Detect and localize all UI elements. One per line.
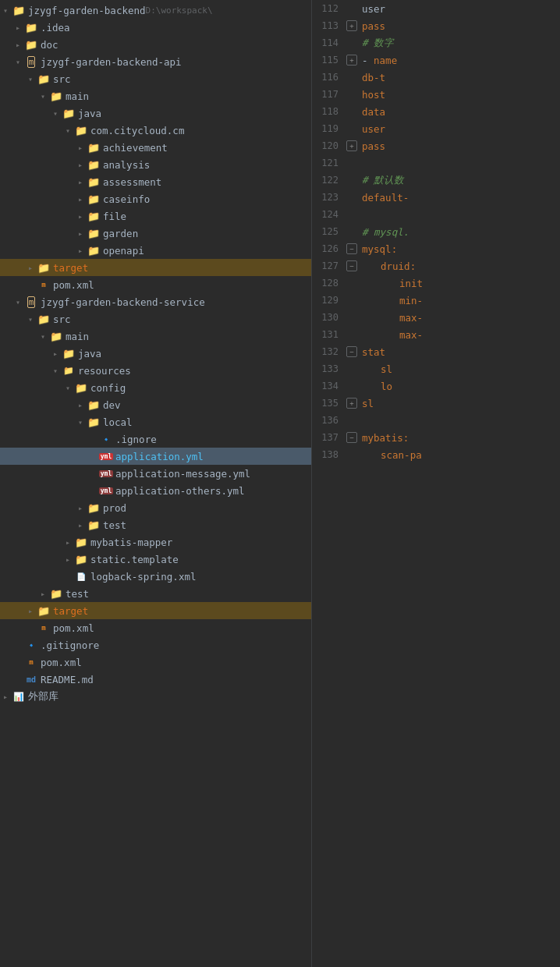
file-icon-folder-orange: 📁 bbox=[37, 604, 50, 617]
code-content: mysql: bbox=[359, 243, 397, 255]
file-label: target bbox=[53, 262, 88, 274]
fold-close-icon[interactable]: + bbox=[346, 55, 357, 66]
tree-item-test-folder[interactable]: 📁 test bbox=[0, 516, 311, 533]
tree-item-test-svc[interactable]: 📁 test bbox=[0, 585, 311, 602]
tree-item-main-svc[interactable]: 📁 main bbox=[0, 328, 311, 345]
file-label: application-others.yml bbox=[115, 485, 245, 497]
arrow-closed[interactable] bbox=[78, 229, 87, 238]
tree-item-jzygf-garden-backend-api[interactable]: m jzygf-garden-backend-api bbox=[0, 53, 311, 70]
file-tree: 📁 jzygf-garden-backend D:\workspack\ 📁 .… bbox=[0, 0, 312, 967]
tree-item-gitignore-root[interactable]: 🔹 .gitignore bbox=[0, 636, 311, 654]
tree-item-doc[interactable]: 📁 doc bbox=[0, 36, 311, 53]
tree-item-pom-svc[interactable]: m pom.xml bbox=[0, 619, 311, 636]
tree-item-src-svc[interactable]: 📁 src bbox=[0, 310, 311, 328]
tree-item-application-others[interactable]: yml application-others.yml bbox=[0, 482, 311, 499]
arrow-open[interactable] bbox=[3, 6, 12, 15]
arrow-closed[interactable] bbox=[78, 195, 87, 204]
arrow-open[interactable] bbox=[16, 298, 25, 306]
tree-item-src-api[interactable]: 📁 src bbox=[0, 70, 311, 87]
tree-item-analysis[interactable]: 📁 analysis bbox=[0, 156, 311, 173]
tree-item-resources[interactable]: 📁 resources bbox=[0, 362, 311, 379]
tree-item-mybatis-mapper[interactable]: 📁 mybatis-mapper bbox=[0, 533, 311, 551]
arrow-open[interactable] bbox=[41, 92, 50, 101]
tree-item-openapi[interactable]: 📁 openapi bbox=[0, 242, 311, 259]
code-line-117: 117host bbox=[312, 86, 560, 103]
file-label: jzygf-garden-backend-api bbox=[41, 56, 182, 68]
arrow-closed[interactable] bbox=[78, 212, 87, 221]
code-segment: min- bbox=[399, 295, 423, 306]
arrow-open[interactable] bbox=[28, 75, 37, 83]
tree-item-static-template[interactable]: 📁 static.template bbox=[0, 551, 311, 568]
tree-item-jzygf-garden-backend[interactable]: 📁 jzygf-garden-backend D:\workspack\ bbox=[0, 2, 311, 19]
tree-item-config[interactable]: 📁 config bbox=[0, 379, 311, 396]
fold-open-icon[interactable]: − bbox=[346, 346, 357, 357]
fold-open-icon[interactable]: − bbox=[346, 432, 357, 443]
arrow-closed[interactable] bbox=[78, 401, 87, 409]
path-subtitle: D:\workspack\ bbox=[146, 5, 213, 16]
tree-item-achievement[interactable]: 📁 achievement bbox=[0, 139, 311, 156]
arrow-closed[interactable] bbox=[28, 264, 37, 272]
tree-item-libs[interactable]: 📊 外部库 bbox=[0, 688, 311, 705]
file-label: application.yml bbox=[115, 451, 204, 462]
file-label: src bbox=[53, 73, 71, 85]
tree-item-target-api[interactable]: 📁 target bbox=[0, 259, 311, 276]
file-icon-folder: 📁 bbox=[87, 398, 100, 411]
arrow-closed[interactable] bbox=[78, 143, 87, 152]
file-label: file bbox=[103, 211, 126, 222]
arrow-closed[interactable] bbox=[78, 161, 87, 169]
code-line-121: 121 bbox=[312, 154, 560, 172]
tree-item-java-svc[interactable]: 📁 java bbox=[0, 345, 311, 362]
tree-item-pom-api[interactable]: m pom.xml bbox=[0, 276, 311, 293]
tree-item-target-svc[interactable]: 📁 target bbox=[0, 602, 311, 619]
tree-item-pom-root[interactable]: m pom.xml bbox=[0, 654, 311, 671]
fold-open-icon[interactable]: − bbox=[346, 243, 357, 254]
tree-item-prod[interactable]: 📁 prod bbox=[0, 499, 311, 516]
arrow-closed[interactable] bbox=[66, 555, 75, 564]
arrow-closed[interactable] bbox=[3, 692, 12, 701]
file-icon-logback: 📄 bbox=[75, 570, 87, 583]
arrow-closed[interactable] bbox=[41, 590, 50, 598]
tree-item-com-api[interactable]: 📁 com.citycloud.cm bbox=[0, 122, 311, 139]
arrow-closed[interactable] bbox=[78, 246, 87, 255]
fold-close-icon[interactable]: + bbox=[346, 398, 357, 409]
arrow-open[interactable] bbox=[78, 418, 87, 427]
tree-item-gitignore[interactable]: 🔹 .ignore bbox=[0, 430, 311, 448]
tree-item-logback[interactable]: 📄 logback-spring.xml bbox=[0, 568, 311, 585]
tree-item-java-api[interactable]: 📁 java bbox=[0, 104, 311, 122]
file-label: local bbox=[103, 416, 133, 428]
tree-item-application-yml[interactable]: yml application.yml bbox=[0, 448, 311, 465]
tree-item-idea[interactable]: 📁 .idea bbox=[0, 19, 311, 36]
tree-item-readme[interactable]: md README.md bbox=[0, 671, 311, 688]
arrow-closed[interactable] bbox=[78, 521, 87, 530]
tree-item-local[interactable]: 📁 local bbox=[0, 413, 311, 430]
fold-close-icon[interactable]: + bbox=[346, 140, 357, 151]
arrow-open[interactable] bbox=[66, 126, 75, 135]
tree-item-jzygf-garden-backend-service[interactable]: m jzygf-garden-backend-service bbox=[0, 293, 311, 310]
arrow-closed[interactable] bbox=[16, 23, 25, 32]
arrow-closed[interactable] bbox=[78, 504, 87, 512]
arrow-closed[interactable] bbox=[78, 178, 87, 186]
file-icon-folder-java: 📁 bbox=[62, 347, 75, 360]
line-number: 125 bbox=[312, 226, 345, 237]
tree-item-file[interactable]: 📁 file bbox=[0, 207, 311, 225]
file-icon-gitignore: 🔹 bbox=[25, 639, 37, 651]
code-line-114: 114# 数字 bbox=[312, 34, 560, 51]
arrow-closed[interactable] bbox=[16, 41, 25, 49]
arrow-open[interactable] bbox=[28, 315, 37, 324]
tree-item-caseinfo[interactable]: 📁 caseinfo bbox=[0, 190, 311, 207]
arrow-open[interactable] bbox=[41, 332, 50, 341]
tree-item-assessment[interactable]: 📁 assessment bbox=[0, 173, 311, 190]
arrow-closed[interactable] bbox=[53, 349, 62, 358]
arrow-open[interactable] bbox=[66, 384, 75, 392]
fold-open-icon[interactable]: − bbox=[346, 260, 357, 271]
arrow-open[interactable] bbox=[53, 109, 62, 118]
tree-item-garden[interactable]: 📁 garden bbox=[0, 225, 311, 242]
arrow-open[interactable] bbox=[53, 367, 62, 375]
tree-item-dev[interactable]: 📁 dev bbox=[0, 396, 311, 413]
tree-item-main-api[interactable]: 📁 main bbox=[0, 87, 311, 104]
arrow-closed[interactable] bbox=[28, 607, 37, 615]
fold-close-icon[interactable]: + bbox=[346, 20, 357, 31]
arrow-open[interactable] bbox=[16, 58, 25, 66]
tree-item-application-message[interactable]: yml application-message.yml bbox=[0, 465, 311, 482]
arrow-closed[interactable] bbox=[66, 538, 75, 547]
